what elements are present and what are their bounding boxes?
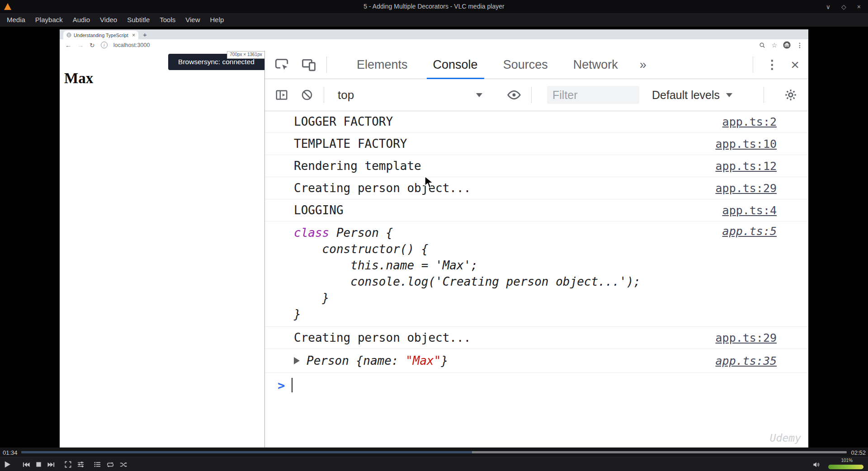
titlebar: 5 - Adding Multiple Decorators - VLC med… [0, 0, 868, 13]
playlist-button[interactable] [94, 461, 101, 468]
devtools-controls: ⋮ × [753, 57, 799, 73]
browser-addressbar: ← → ↻ i localhost:3000 ☆ ⋮ [60, 39, 808, 51]
console-message-text: TEMPLATE FACTORY [294, 137, 407, 151]
console-message: Rendering template app.ts:12 [265, 155, 808, 177]
menu-media[interactable]: Media [2, 13, 30, 27]
console-message: Creating person object... app.ts:29 [265, 177, 808, 199]
menu-video[interactable]: Video [95, 13, 122, 27]
minimize-button[interactable]: ∨ [826, 3, 830, 10]
window-controls: ∨ ◇ × [826, 3, 861, 10]
tab-title: Understanding TypeScript [74, 33, 130, 38]
addressbar-actions: ☆ ⋮ [759, 41, 803, 49]
inspect-element-icon[interactable] [274, 57, 289, 72]
console-source-link[interactable]: app.ts:29 [707, 182, 777, 195]
playback-controls: 101% [0, 457, 868, 471]
live-expression-eye-icon[interactable] [507, 88, 521, 102]
reload-icon[interactable]: ↻ [90, 42, 95, 49]
loop-button[interactable] [107, 462, 114, 468]
console-filter-input[interactable] [547, 86, 639, 104]
browser-menu-kebab-icon[interactable]: ⋮ [797, 42, 803, 49]
next-button[interactable] [47, 462, 55, 468]
separator [764, 87, 764, 103]
tab-close-icon[interactable]: × [132, 33, 135, 38]
separator [324, 87, 324, 103]
keyword-class: class [294, 226, 329, 240]
log-levels-select[interactable]: Default levels [652, 89, 732, 102]
browser-tab[interactable]: Understanding TypeScript × [63, 31, 138, 39]
fullscreen-button[interactable] [65, 461, 71, 468]
menu-subtitle[interactable]: Subtitle [122, 13, 155, 27]
clear-console-icon[interactable] [300, 88, 314, 102]
console-object-row[interactable]: Person {name: "Max"} app.ts:35 [265, 349, 808, 373]
console-source-link[interactable]: app.ts:5 [713, 225, 777, 238]
new-tab-button[interactable]: + [143, 30, 147, 39]
chevron-down-icon [726, 93, 732, 97]
more-tabs-icon[interactable]: » [631, 58, 656, 72]
incognito-icon [783, 41, 791, 49]
tab-network[interactable]: Network [561, 51, 631, 79]
url-field[interactable]: localhost:3000 [113, 42, 150, 48]
watermark: Udemy [770, 432, 801, 444]
stop-button[interactable] [36, 462, 42, 467]
console-source-link[interactable]: app.ts:2 [713, 115, 777, 128]
close-button[interactable]: × [857, 3, 861, 10]
video-area[interactable]: Understanding TypeScript × + ← → ↻ i loc… [0, 27, 868, 447]
console-message: Creating person object... app.ts:29 [265, 327, 808, 349]
forward-icon[interactable]: → [77, 42, 84, 49]
console-message-text: LOGGER FACTORY [294, 115, 393, 128]
seek-row: 01:34 02:52 [0, 447, 868, 457]
site-info-icon[interactable]: i [101, 42, 108, 48]
console-source-link[interactable]: app.ts:10 [707, 137, 777, 151]
seek-slider[interactable] [21, 451, 847, 453]
console-message-text: LOGGING [294, 203, 344, 217]
seek-progress-fill [21, 451, 472, 453]
settings-gear-icon[interactable] [784, 88, 797, 102]
maximize-button[interactable]: ◇ [841, 3, 846, 10]
log-levels-value: Default levels [652, 89, 720, 102]
menu-tools[interactable]: Tools [155, 13, 180, 27]
menu-bar: Media Playback Audio Video Subtitle Tool… [0, 13, 868, 27]
menu-playback[interactable]: Playback [30, 13, 68, 27]
class-source-code: class Person { constructor() { this.name… [294, 225, 641, 322]
console-sidebar-toggle-icon[interactable] [275, 88, 288, 102]
devtools-tabbar: Elements Console Sources Network » ⋮ × [265, 51, 808, 79]
object-string-value: "Max" [406, 354, 441, 367]
console-source-link[interactable]: app.ts:12 [707, 160, 777, 173]
page-title: Max [64, 70, 93, 87]
menu-audio[interactable]: Audio [68, 13, 95, 27]
console-source-link[interactable]: app.ts:35 [707, 354, 777, 367]
volume-slider[interactable] [828, 465, 863, 469]
shuffle-button[interactable] [120, 462, 127, 468]
zoom-icon[interactable] [759, 42, 765, 48]
expand-triangle-icon[interactable] [294, 357, 300, 364]
console-message-class-source: class Person { constructor() { this.name… [265, 221, 808, 327]
transport-buttons [4, 457, 127, 471]
console-source-link[interactable]: app.ts:29 [707, 331, 777, 344]
extended-settings-button[interactable] [77, 461, 84, 468]
speaker-icon[interactable] [813, 462, 820, 470]
tab-console[interactable]: Console [420, 51, 491, 79]
tab-sources[interactable]: Sources [491, 51, 561, 79]
console-prompt[interactable]: > [265, 373, 808, 397]
device-toolbar-icon[interactable] [301, 57, 316, 72]
page-viewport: Max Browsersync: connected 700px × 1361p… [60, 51, 264, 447]
bookmark-star-icon[interactable]: ☆ [771, 42, 777, 49]
devtools-close-icon[interactable]: × [791, 57, 799, 72]
separator [753, 57, 753, 73]
object-preview: Person {name: "Max"} [307, 354, 448, 367]
console-source-link[interactable]: app.ts:4 [713, 204, 777, 217]
tab-elements[interactable]: Elements [344, 51, 420, 79]
volume-percent-label: 101% [841, 458, 853, 463]
play-button[interactable] [4, 461, 11, 468]
viewport-dimensions-tooltip: 700px × 1361px [227, 51, 264, 59]
frame-context-value: top [338, 88, 354, 102]
devtools-menu-kebab-icon[interactable]: ⋮ [766, 57, 778, 72]
previous-button[interactable] [23, 462, 30, 468]
menu-help[interactable]: Help [205, 13, 229, 27]
back-icon[interactable]: ← [65, 42, 71, 49]
console-message: LOGGER FACTORY app.ts:2 [265, 111, 808, 133]
console-message: LOGGING app.ts:4 [265, 199, 808, 221]
frame-context-select[interactable]: top [338, 88, 482, 102]
menu-view[interactable]: View [180, 13, 205, 27]
separator [326, 57, 327, 73]
